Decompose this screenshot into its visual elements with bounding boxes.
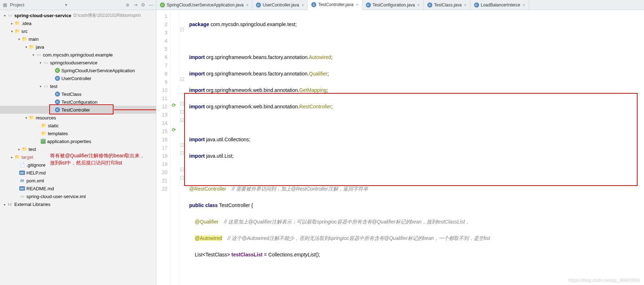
- tree-appprops[interactable]: ·application.properties: [0, 137, 156, 145]
- chevron-right-icon[interactable]: ▸: [9, 21, 14, 25]
- code-text: ();: [316, 252, 320, 257]
- tree-gitignore[interactable]: ·📄.gitignore: [0, 161, 156, 169]
- class-icon: C: [55, 107, 60, 112]
- folder-icon: 📁: [21, 36, 27, 42]
- fold-toggle[interactable]: −: [180, 118, 184, 122]
- fold-column: − − − − − − − − −: [179, 10, 186, 285]
- module-icon: ▭: [7, 13, 13, 18]
- locate-icon[interactable]: ⊕: [125, 2, 130, 8]
- editor-tab[interactable]: CSpringCloudUserServiceApplication.java×: [156, 0, 252, 10]
- project-title: Project: [10, 2, 61, 8]
- tree-static[interactable]: ·📁static: [0, 122, 156, 129]
- gear-icon[interactable]: ⚙: [140, 2, 146, 8]
- tree-label: .idea: [21, 21, 31, 26]
- tree-test-outer[interactable]: ▸📁test: [0, 145, 156, 153]
- chevron-right-icon[interactable]: ▸: [2, 202, 7, 206]
- tree-label: resources: [36, 115, 56, 121]
- class-icon: C: [160, 3, 165, 8]
- project-toolbar: ▦ Project ▾ ⊕ ⇥ ⚙ —: [0, 0, 156, 10]
- class-icon: C: [474, 3, 479, 8]
- resources-folder-icon: 📁: [29, 115, 34, 121]
- collapse-icon[interactable]: ⇥: [132, 2, 138, 8]
- class-icon: C: [256, 3, 261, 8]
- line-number: 9: [156, 78, 167, 86]
- close-icon[interactable]: ×: [302, 3, 304, 7]
- fold-toggle[interactable]: −: [180, 176, 184, 180]
- tree-pkg[interactable]: ▾▭com.mycsdn.springcloud.example: [0, 51, 156, 59]
- editor-tab[interactable]: CTestClass.java×: [424, 0, 471, 10]
- chevron-down-icon[interactable]: ▾: [38, 61, 43, 65]
- tree-helpmd[interactable]: ·MDHELP.md: [0, 169, 156, 177]
- run-gutter-icon[interactable]: ⟳: [171, 102, 177, 108]
- chevron-down-icon[interactable]: ▾: [24, 116, 29, 120]
- chevron-down-icon[interactable]: ▾: [9, 29, 14, 33]
- hide-icon[interactable]: —: [148, 2, 154, 8]
- class-icon: C: [55, 76, 60, 81]
- tree-templates[interactable]: ·📁templates: [0, 129, 156, 137]
- chevron-right-icon[interactable]: ▸: [9, 155, 14, 159]
- tree-cls-app[interactable]: ·CSpringCloudUserServiceApplication: [0, 67, 156, 74]
- tree-target[interactable]: ▸📁target: [0, 153, 156, 161]
- properties-icon: [41, 139, 46, 144]
- tree-cls-tctrl[interactable]: ·CTestController: [0, 106, 156, 114]
- close-icon[interactable]: ×: [356, 3, 358, 7]
- fold-toggle[interactable]: −: [180, 110, 184, 114]
- tree-readme[interactable]: ·MDREADME.md: [0, 185, 156, 192]
- line-number: 21: [156, 177, 167, 185]
- line-number: 19: [156, 160, 167, 168]
- fold-toggle[interactable]: −: [180, 77, 184, 81]
- package-icon: ▭: [43, 60, 49, 65]
- tree-path: D:\csdn博客\20210102Ribbon\sprin: [74, 13, 141, 19]
- code-content[interactable]: package com.mycsdn.springcloud.example.t…: [186, 10, 644, 285]
- editor-tab[interactable]: CTestConfiguration.java×: [362, 0, 424, 10]
- line-number: 15: [156, 127, 167, 136]
- close-icon[interactable]: ×: [417, 3, 419, 7]
- editor-tab[interactable]: CLoadBalancerInterce×: [471, 0, 529, 10]
- fold-toggle[interactable]: −: [180, 168, 184, 171]
- project-view-icon[interactable]: ▦: [2, 2, 8, 8]
- project-tree: ▾ ▭ spring-cloud-user-service D:\csdn博客\…: [0, 10, 156, 285]
- chevron-down-icon[interactable]: ▾: [31, 53, 36, 57]
- run-gutter-icon[interactable]: ⟳: [171, 127, 177, 133]
- close-icon[interactable]: ×: [523, 3, 525, 7]
- tree-root[interactable]: ▾ ▭ spring-cloud-user-service D:\csdn博客\…: [0, 11, 156, 19]
- tree-iml[interactable]: ·▭spring-cloud-user-service.iml: [0, 192, 156, 200]
- tree-cls-tcfg[interactable]: ·CTestConfiguration: [0, 98, 156, 106]
- chevron-down-icon[interactable]: ▾: [16, 37, 21, 41]
- fold-toggle[interactable]: −: [180, 143, 184, 147]
- line-number: 3: [156, 29, 167, 37]
- fold-toggle[interactable]: −: [180, 28, 184, 31]
- chevron-down-icon[interactable]: ▾: [2, 14, 7, 18]
- class-icon: C: [311, 2, 316, 7]
- chevron-right-icon[interactable]: ▸: [16, 147, 21, 151]
- tree-pkg-test[interactable]: ▾▭test: [0, 82, 156, 90]
- close-icon[interactable]: ×: [246, 3, 248, 7]
- tree-src[interactable]: ▾📁src: [0, 27, 156, 35]
- editor-tab[interactable]: CUserController.java×: [252, 0, 308, 10]
- code-comment: // 需要被外界访问到，加上@RestController注解，返回字符串: [232, 186, 368, 192]
- fold-toggle[interactable]: −: [180, 151, 184, 155]
- tree-label: static: [48, 123, 59, 128]
- tree-resources[interactable]: ▾📁resources: [0, 114, 156, 122]
- dropdown-icon[interactable]: ▾: [64, 2, 69, 8]
- fold-toggle[interactable]: −: [180, 102, 184, 105]
- chevron-down-icon[interactable]: ▾: [38, 84, 43, 88]
- project-sidebar: ▦ Project ▾ ⊕ ⇥ ⚙ — ▾ ▭ spring-cloud-use…: [0, 0, 156, 285]
- editor-tab[interactable]: CTestController.java×: [308, 0, 362, 10]
- tree-extlib[interactable]: ▸⫾⫾External Libraries: [0, 200, 156, 208]
- chevron-down-icon[interactable]: ▾: [24, 45, 29, 49]
- tree-pkg-user[interactable]: ▾▭springclouduserservice: [0, 59, 156, 67]
- editor-body[interactable]: 12345678910111213141516171819202122 ⟳ ⟳ …: [156, 10, 644, 285]
- class-icon: C: [427, 3, 432, 8]
- tree-cls-uc[interactable]: ·CUserController: [0, 74, 156, 82]
- tab-label: TestController.java: [318, 2, 353, 7]
- tree-cls-tc[interactable]: ·CTestClass: [0, 90, 156, 98]
- gutter-marks: ⟳ ⟳: [171, 10, 179, 285]
- tree-java[interactable]: ▾📁java: [0, 43, 156, 51]
- tree-main[interactable]: ▾📁main: [0, 35, 156, 43]
- file-icon: 📄: [19, 162, 25, 168]
- tree-idea[interactable]: ▸📁.idea: [0, 19, 156, 27]
- tree-label: TestConfiguration: [61, 99, 97, 105]
- close-icon[interactable]: ×: [464, 3, 466, 7]
- tree-pom[interactable]: ·mpom.xml: [0, 177, 156, 185]
